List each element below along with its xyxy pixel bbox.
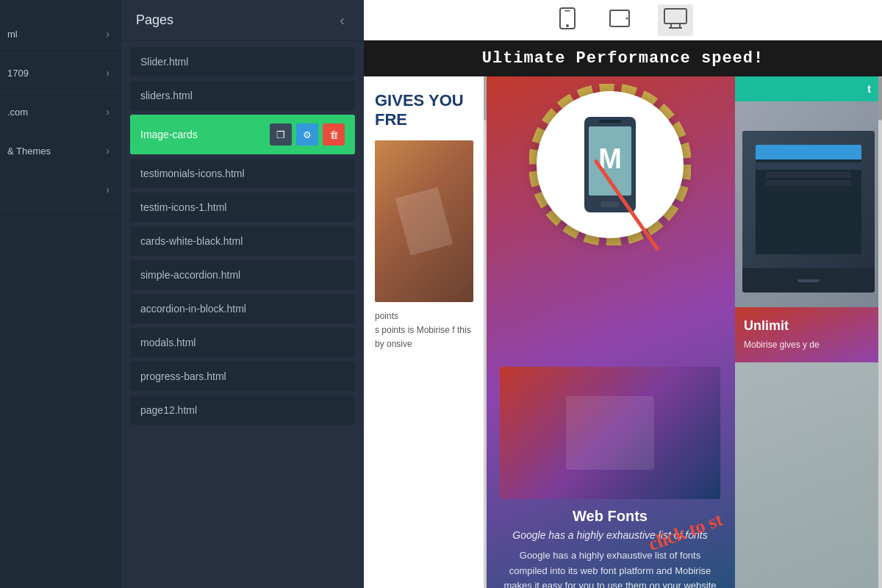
page-copy-button[interactable]: ❐: [270, 123, 292, 146]
toolbar: [364, 0, 882, 40]
page-item-progress-bars[interactable]: progress-bars.html: [130, 362, 355, 391]
chevron-icon-1: ›: [106, 28, 110, 40]
page-item-actions: ❐ ⚙ 🗑: [270, 123, 345, 146]
mobile-device-button[interactable]: [553, 4, 581, 37]
page-item-simple-accordion[interactable]: simple-accordion.html: [130, 260, 355, 290]
sidebar-label-1: ml: [7, 29, 18, 40]
page-item-page12[interactable]: page12.html: [130, 395, 355, 425]
banner: Ultimate Performance speed!: [364, 40, 882, 76]
sidebar-item-2[interactable]: 1709 ›: [0, 54, 121, 93]
pages-list: Slider.html sliders.html Image-cards ❐ ⚙…: [121, 41, 364, 588]
page-label-image-cards: Image-cards: [140, 129, 198, 140]
scroll-thumb[interactable]: [878, 76, 882, 121]
tablet-icon: [609, 8, 630, 29]
scroll-track: [878, 76, 882, 588]
unlimited-section: Unlimit Mobirise gives y de: [735, 307, 882, 362]
unlimited-subtitle: Mobirise gives y de: [744, 338, 873, 351]
mobile-icon: [559, 7, 576, 29]
page-item-modals[interactable]: modals.html: [130, 328, 355, 357]
svg-rect-14: [599, 120, 621, 123]
pages-close-button[interactable]: ‹: [335, 10, 349, 30]
page-label-cards-white-black: cards-white-black.html: [140, 235, 243, 247]
chevron-icon-5: ›: [106, 184, 110, 196]
page-item-sliders[interactable]: sliders.html: [130, 81, 355, 110]
svg-point-4: [625, 17, 628, 19]
left-sidebar: ml › 1709 › .com › & Themes › ›: [0, 0, 121, 588]
desktop-icon: [664, 8, 687, 29]
svg-rect-2: [564, 10, 570, 12]
sidebar-label-themes: & Themes: [7, 146, 51, 157]
page-label-simple-accordion: simple-accordion.html: [140, 269, 240, 281]
pages-header: Pages ‹: [121, 0, 364, 41]
page-label-page12: page12.html: [140, 404, 197, 416]
pages-title: Pages: [136, 12, 173, 28]
page-item-slider[interactable]: Slider.html: [130, 47, 355, 76]
sidebar-item-5[interactable]: ›: [0, 171, 121, 209]
page-item-image-cards[interactable]: Image-cards ❐ ⚙ 🗑: [130, 115, 355, 154]
tablet-device-button[interactable]: [603, 4, 636, 36]
phone-svg: M: [577, 113, 643, 216]
page-label-progress-bars: progress-bars.html: [140, 370, 226, 382]
gives-text: GIVES YOU FRE: [375, 91, 473, 129]
page-item-cards-white-black[interactable]: cards-white-black.html: [130, 226, 355, 256]
preview-content: Ultimate Performance speed! GIVES YOU FR…: [364, 40, 882, 588]
web-fonts-section: Web Fonts Google has a highly exhaustive…: [485, 352, 735, 588]
left-scroll-thumb[interactable]: [484, 76, 487, 121]
page-item-accordion-in-block[interactable]: accordion-in-block.html: [130, 294, 355, 323]
sidebar-label-2: 1709: [7, 68, 29, 79]
page-delete-button[interactable]: 🗑: [323, 123, 345, 146]
chevron-icon-3: ›: [106, 106, 110, 118]
unlimited-title: Unlimit: [744, 318, 873, 334]
preview-area: Ultimate Performance speed! GIVES YOU FR…: [364, 40, 882, 588]
page-item-testimonials-icons[interactable]: testimonials-icons.html: [130, 159, 355, 188]
chevron-icon-4: ›: [106, 145, 110, 157]
sidebar-item-1[interactable]: ml ›: [0, 15, 121, 54]
page-label-slider: Slider.html: [140, 56, 188, 68]
left-points-text: points s points is Mobirise f this by on…: [375, 309, 473, 352]
banner-text: Ultimate Performance speed!: [482, 49, 764, 68]
page-label-testim-icons-1: testim-icons-1.html: [140, 201, 226, 213]
page-label-modals: modals.html: [140, 337, 196, 348]
desktop-device-button[interactable]: [658, 4, 693, 36]
page-label-testimonials-icons: testimonials-icons.html: [140, 168, 245, 179]
main-area: Ultimate Performance speed! GIVES YOU FR…: [364, 0, 882, 588]
page-label-sliders: sliders.html: [140, 90, 193, 101]
web-fonts-body: Google has a highly exhaustive list of f…: [500, 548, 720, 588]
chevron-icon-2: ›: [106, 67, 110, 79]
pages-panel: Pages ‹ Slider.html sliders.html Image-c…: [121, 0, 364, 588]
sidebar-label-3: .com: [7, 107, 28, 118]
page-item-testim-icons-1[interactable]: testim-icons-1.html: [130, 193, 355, 222]
left-scroll-track: [484, 76, 487, 588]
svg-rect-5: [664, 9, 686, 24]
right-header-btn: t: [867, 83, 871, 95]
right-preview-col: t: [735, 76, 882, 588]
sidebar-item-3[interactable]: .com ›: [0, 93, 121, 132]
svg-rect-13: [600, 201, 620, 207]
page-settings-button[interactable]: ⚙: [296, 123, 318, 146]
sidebar-item-themes[interactable]: & Themes ›: [0, 132, 121, 171]
page-label-accordion-in-block: accordion-in-block.html: [140, 303, 246, 315]
svg-point-1: [566, 24, 569, 27]
